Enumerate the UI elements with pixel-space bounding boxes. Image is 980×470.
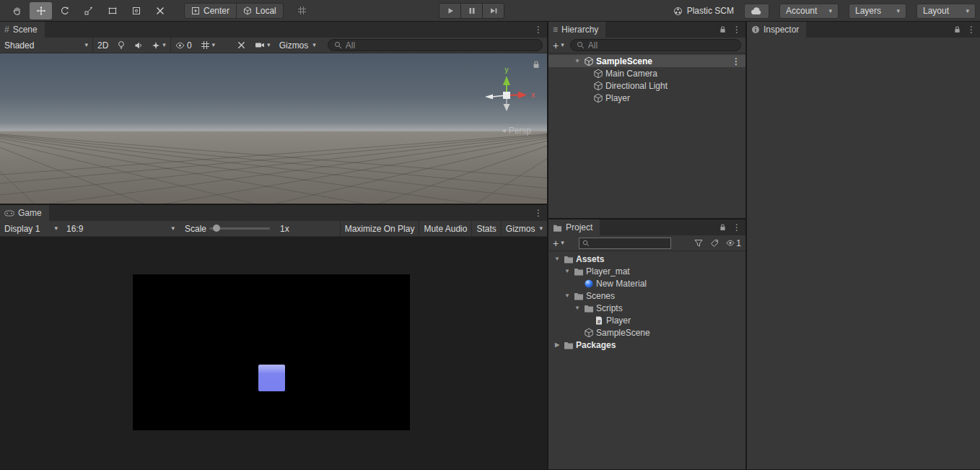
scene-gizmos-dropdown[interactable]: Gizmos ▾ [275,38,320,53]
grid-snap-button[interactable] [291,2,313,19]
transform-tool-button[interactable] [125,2,147,19]
x-axis-cone[interactable] [518,92,527,99]
hierarchy-row-main-camera[interactable]: Main Camera [548,67,745,79]
expand-arrow-icon[interactable]: ▼ [553,256,561,262]
hierarchy-row-scene-root[interactable]: ▼ SampleScene ⋮ [548,55,745,67]
play-button[interactable] [439,3,461,19]
inspector-menu-button[interactable]: ⋮ [967,25,976,35]
project-row-samplescene[interactable]: SampleScene [548,326,745,339]
project-row-packages[interactable]: ▶ Packages [548,339,745,351]
chevron-down-icon: ▾ [84,42,88,48]
cloud-button[interactable] [744,4,769,19]
scene-effects-dropdown[interactable]: ▾ [147,38,170,53]
expand-arrow-icon[interactable]: ▼ [573,305,582,311]
move-tool-button[interactable] [30,2,52,19]
view-tool-button[interactable] [6,2,28,19]
tab-inspector[interactable]: Inspector [747,22,806,38]
hand-icon [12,6,22,16]
rotate-tool-button[interactable] [53,2,76,19]
asset-label: Packages [576,340,616,350]
collapse-arrow-icon[interactable]: ▶ [553,341,561,348]
z-axis-arrow[interactable] [485,95,493,100]
orientation-gizmo[interactable]: y x [476,64,537,124]
expand-arrow-icon[interactable]: ▼ [573,58,582,64]
project-search-input[interactable] [592,238,668,248]
pivot-mode-button[interactable]: Center [184,3,237,19]
tab-project[interactable]: Project [548,219,600,235]
project-row-scenes[interactable]: ▼ Scenes [548,290,745,302]
layout-label: Layout [923,6,949,16]
display-dropdown[interactable]: Display 1 ▾ [0,221,62,237]
2d-toggle[interactable]: 2D [93,38,113,53]
plastic-scm-button[interactable]: Plastic SCM [673,6,734,16]
layout-dropdown[interactable]: Layout ▾ [916,4,976,19]
maximize-on-play-toggle[interactable]: Maximize On Play [341,221,419,237]
perspective-toggle[interactable]: ◀ Persp [502,126,531,136]
y-axis-cone[interactable] [503,76,510,85]
scene-search[interactable] [328,39,543,51]
chevron-down-icon: ▾ [212,42,216,48]
tab-game[interactable]: Game [0,205,49,221]
plastic-scm-icon [673,6,683,16]
rect-tool-button[interactable] [101,2,123,19]
handle-rotation-button[interactable]: Local [236,3,284,19]
account-dropdown[interactable]: Account ▾ [779,4,839,19]
asset-label: Assets [576,254,604,264]
plus-icon: + [553,238,559,248]
hidden-packages-toggle[interactable]: 1 [726,238,741,248]
layers-dropdown[interactable]: Layers ▾ [849,4,906,19]
project-row-assets[interactable]: ▼ Assets [548,253,745,265]
expand-arrow-icon[interactable]: ▼ [563,292,572,299]
custom-tools-button[interactable] [149,2,171,19]
shading-mode-dropdown[interactable]: Shaded ▾ [0,38,92,53]
game-menu-button[interactable]: ⋮ [534,208,543,218]
hierarchy-menu-button[interactable]: ⋮ [732,25,741,35]
scale-slider[interactable] [209,227,270,230]
search-by-label-icon[interactable] [710,239,719,248]
project-menu-button[interactable]: ⋮ [732,222,741,232]
project-row-scripts[interactable]: ▼ Scripts [548,302,745,314]
camera-settings-dropdown[interactable]: ▾ [250,38,275,53]
lock-icon[interactable] [954,26,961,33]
project-row-player-mat[interactable]: ▼ Player_mat [548,265,745,277]
lock-icon[interactable] [719,26,726,33]
tab-hierarchy[interactable]: ≡ Hierarchy [548,22,605,38]
scene-options-button[interactable]: ⋮ [732,56,740,66]
chevron-down-icon: ▾ [54,225,58,232]
hierarchy-search-input[interactable] [588,40,735,51]
scene-lighting-toggle[interactable] [113,38,130,53]
project-search[interactable] [579,238,671,249]
game-viewport[interactable] [0,237,547,469]
gizmo-center-cube[interactable] [503,92,510,99]
search-by-type-icon[interactable] [694,239,703,247]
create-asset-dropdown[interactable]: + ▾ [548,238,569,248]
neg-y-cone[interactable] [504,104,510,111]
project-row-player-script[interactable]: # Player [548,314,745,326]
stats-toggle[interactable]: Stats [472,221,500,237]
asset-label: Scenes [586,291,615,301]
scene-audio-toggle[interactable] [130,38,147,53]
chevron-down-icon: ▾ [171,225,175,232]
mute-audio-toggle[interactable]: Mute Audio [419,221,471,237]
create-object-dropdown[interactable]: + ▾ [548,40,569,51]
editor-tools-button[interactable] [232,38,250,53]
chevron-down-icon: ▾ [312,42,316,48]
hierarchy-row-player[interactable]: Player [548,92,745,104]
hierarchy-row-directional-light[interactable]: Directional Light [548,79,745,92]
lock-icon[interactable] [719,224,726,231]
scene-visibility-toggle[interactable]: 0 [171,38,196,53]
scene-search-input[interactable] [346,40,536,51]
step-button[interactable] [482,3,504,19]
grid-visibility-dropdown[interactable]: ▾ [196,38,220,53]
project-row-new-material[interactable]: New Material [548,277,745,290]
hierarchy-search[interactable] [570,39,741,51]
expand-arrow-icon[interactable]: ▼ [563,268,572,274]
aspect-ratio-dropdown[interactable]: 16:9 ▾ [62,221,179,237]
tab-scene[interactable]: # Scene [0,22,45,38]
scene-viewport[interactable]: y x ◀ Persp [0,53,547,204]
scale-slider-knob[interactable] [213,225,220,232]
game-gizmos-dropdown[interactable]: Gizmos ▾ [502,221,547,237]
scale-tool-button[interactable] [77,2,100,19]
pause-button[interactable] [460,3,483,19]
scene-menu-button[interactable]: ⋮ [534,25,543,35]
